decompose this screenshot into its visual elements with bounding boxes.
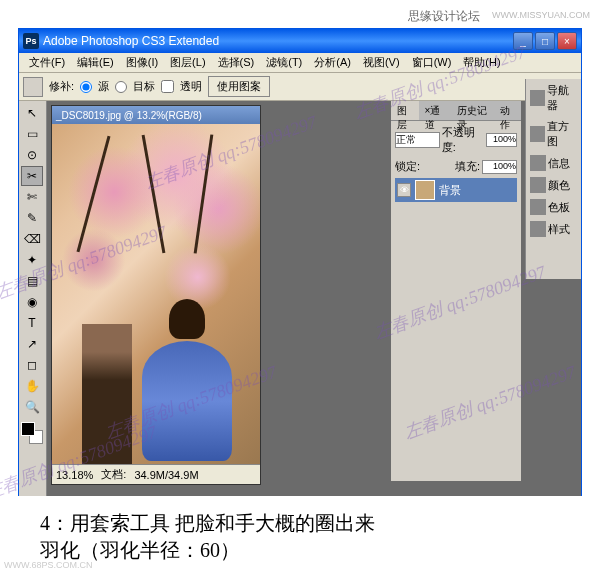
radio-source-label: 源 xyxy=(98,79,109,94)
tab-channels[interactable]: ×通道 xyxy=(419,101,451,120)
dock-styles[interactable]: 样式 xyxy=(528,219,579,239)
maximize-button[interactable]: □ xyxy=(535,32,555,50)
info-icon xyxy=(530,155,546,171)
layer-thumbnail[interactable] xyxy=(415,180,435,200)
type-tool[interactable]: T xyxy=(21,313,43,333)
layers-panel: 图层 ×通道 历史记录 动作 正常 不透明度: 100% 锁定: 填充: 100… xyxy=(391,101,521,481)
panel-tabs: 图层 ×通道 历史记录 动作 xyxy=(391,101,521,121)
use-pattern-button[interactable]: 使用图案 xyxy=(208,76,270,97)
forum-name: 思缘设计论坛 xyxy=(408,8,480,25)
tab-layers[interactable]: 图层 xyxy=(391,101,419,120)
patch-tool[interactable]: ✂ xyxy=(21,166,43,186)
menu-help[interactable]: 帮助(H) xyxy=(457,53,506,72)
dodge-tool[interactable]: ◉ xyxy=(21,292,43,312)
toolbox: ↖ ▭ ⊙ ✂ ✄ ✎ ⌫ ✦ ▤ ◉ T ↗ ◻ ✋ 🔍 xyxy=(19,101,47,496)
dock-histogram[interactable]: 直方图 xyxy=(528,117,579,151)
zoom-value[interactable]: 13.18% xyxy=(56,469,93,481)
menu-file[interactable]: 文件(F) xyxy=(23,53,71,72)
lock-label: 锁定: xyxy=(395,159,420,174)
radio-dest[interactable] xyxy=(115,81,127,93)
zoom-tool[interactable]: 🔍 xyxy=(21,397,43,417)
footer-url: WWW.68PS.COM.CN xyxy=(4,560,93,570)
opacity-input[interactable]: 100% xyxy=(486,133,517,147)
dock-navigator[interactable]: 导航器 xyxy=(528,81,579,115)
opacity-label: 不透明度: xyxy=(442,125,484,155)
photoshop-window: Ps Adobe Photoshop CS3 Extended _ □ × 文件… xyxy=(18,28,582,496)
repair-label: 修补: xyxy=(49,79,74,94)
radio-dest-label: 目标 xyxy=(133,79,155,94)
options-bar: 修补: 源 目标 透明 使用图案 xyxy=(19,73,581,101)
ps-icon: Ps xyxy=(23,33,39,49)
dock-color[interactable]: 颜色 xyxy=(528,175,579,195)
layer-name: 背景 xyxy=(439,183,461,198)
eraser-tool[interactable]: ⌫ xyxy=(21,229,43,249)
document-statusbar: 13.18% 文档: 34.9M/34.9M xyxy=(52,464,260,484)
menu-select[interactable]: 选择(S) xyxy=(212,53,261,72)
dock-swatches[interactable]: 色板 xyxy=(528,197,579,217)
histogram-icon xyxy=(530,126,545,142)
menu-window[interactable]: 窗口(W) xyxy=(406,53,458,72)
check-transparent[interactable] xyxy=(161,80,174,93)
image-content xyxy=(82,324,132,464)
crop-tool[interactable]: ✄ xyxy=(21,187,43,207)
fill-input[interactable]: 100% xyxy=(482,160,517,174)
close-button[interactable]: × xyxy=(557,32,577,50)
document-window: _DSC8019.jpg @ 13.2%(RGB/8) 13.18% 文档 xyxy=(51,105,261,485)
instruction-line1: 4：用套索工具 把脸和手大概的圈出来 xyxy=(40,510,375,537)
marquee-tool[interactable]: ▭ xyxy=(21,124,43,144)
docsize-value: 34.9M/34.9M xyxy=(134,469,198,481)
menu-filter[interactable]: 滤镜(T) xyxy=(260,53,308,72)
minimize-button[interactable]: _ xyxy=(513,32,533,50)
menu-image[interactable]: 图像(I) xyxy=(120,53,164,72)
document-canvas[interactable] xyxy=(52,124,260,464)
right-dock: 导航器 直方图 信息 颜色 色板 样式 xyxy=(525,79,581,279)
tab-actions[interactable]: 动作 xyxy=(494,101,522,120)
fill-label: 填充: xyxy=(455,159,480,174)
image-content xyxy=(142,304,232,464)
menu-edit[interactable]: 编辑(E) xyxy=(71,53,120,72)
brush-tool[interactable]: ✎ xyxy=(21,208,43,228)
menu-analysis[interactable]: 分析(A) xyxy=(308,53,357,72)
clone-tool[interactable]: ✦ xyxy=(21,250,43,270)
menu-view[interactable]: 视图(V) xyxy=(357,53,406,72)
color-swatch[interactable] xyxy=(21,422,43,444)
menu-layer[interactable]: 图层(L) xyxy=(164,53,211,72)
workspace: ↖ ▭ ⊙ ✂ ✄ ✎ ⌫ ✦ ▤ ◉ T ↗ ◻ ✋ 🔍 _DSC8019.j… xyxy=(19,101,581,496)
document-title[interactable]: _DSC8019.jpg @ 13.2%(RGB/8) xyxy=(52,106,260,124)
window-controls: _ □ × xyxy=(513,32,577,50)
path-tool[interactable]: ↗ xyxy=(21,334,43,354)
window-title: Adobe Photoshop CS3 Extended xyxy=(43,34,513,48)
docsize-label: 文档: xyxy=(101,467,126,482)
hand-tool[interactable]: ✋ xyxy=(21,376,43,396)
layer-row[interactable]: 👁 背景 xyxy=(395,178,517,202)
dock-info[interactable]: 信息 xyxy=(528,153,579,173)
panel-body: 正常 不透明度: 100% 锁定: 填充: 100% 👁 背景 xyxy=(391,121,521,481)
titlebar[interactable]: Ps Adobe Photoshop CS3 Extended _ □ × xyxy=(19,29,581,53)
color-icon xyxy=(530,177,546,193)
gradient-tool[interactable]: ▤ xyxy=(21,271,43,291)
lasso-tool[interactable]: ⊙ xyxy=(21,145,43,165)
check-transparent-label: 透明 xyxy=(180,79,202,94)
forum-url: WWW.MISSYUAN.COM xyxy=(492,10,590,20)
shape-tool[interactable]: ◻ xyxy=(21,355,43,375)
tab-history[interactable]: 历史记录 xyxy=(451,101,494,120)
menubar: 文件(F) 编辑(E) 图像(I) 图层(L) 选择(S) 滤镜(T) 分析(A… xyxy=(19,53,581,73)
visibility-icon[interactable]: 👁 xyxy=(397,183,411,197)
swatches-icon xyxy=(530,199,546,215)
styles-icon xyxy=(530,221,546,237)
blend-mode-select[interactable]: 正常 xyxy=(395,132,440,148)
move-tool[interactable]: ↖ xyxy=(21,103,43,123)
tool-preset-icon[interactable] xyxy=(23,77,43,97)
radio-source[interactable] xyxy=(80,81,92,93)
navigator-icon xyxy=(530,90,545,106)
foreground-color[interactable] xyxy=(21,422,35,436)
